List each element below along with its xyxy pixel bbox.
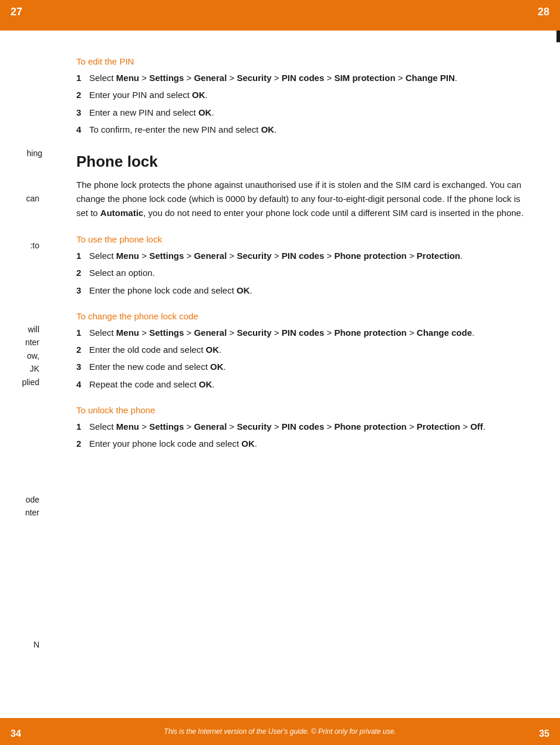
change-phone-lock-section: To change the phone lock code 1 Select M… (76, 311, 534, 391)
page-number-right: 28 (527, 0, 560, 24)
edit-pin-step-4: 4 To confirm, re-enter the new PIN and s… (76, 123, 534, 136)
step-text: Select Menu > Settings > General > Secur… (89, 420, 534, 433)
step-number: 1 (76, 249, 89, 262)
change-phone-lock-step-2: 2 Enter the old code and select OK. (76, 343, 534, 356)
bottom-page-right: 35 (528, 723, 560, 745)
edit-pin-steps: 1 Select Menu > Settings > General > Sec… (76, 71, 534, 136)
edit-pin-step-2: 2 Enter your PIN and select OK. (76, 88, 534, 102)
step-number: 1 (76, 71, 89, 85)
step-text: Enter the new code and select OK. (89, 360, 534, 373)
step-text: Enter the old code and select OK. (89, 343, 534, 356)
step-number: 4 (76, 123, 89, 136)
unlock-phone-heading: To unlock the phone (76, 405, 534, 415)
step-text: Enter a new PIN and select OK. (89, 106, 534, 119)
step-number: 2 (76, 437, 89, 450)
step-text: Repeat the code and select OK. (89, 377, 534, 391)
edit-pin-heading: To edit the PIN (76, 56, 534, 66)
step-text: Select Menu > Settings > General > Secur… (89, 249, 534, 262)
use-phone-lock-step-2: 2 Select an option. (76, 266, 534, 279)
edit-pin-step-3: 3 Enter a new PIN and select OK. (76, 106, 534, 119)
step-number: 2 (76, 266, 89, 279)
unlock-phone-steps: 1 Select Menu > Settings > General > Sec… (76, 420, 534, 451)
left-edge-overflow-1: hing (0, 147, 47, 160)
use-phone-lock-step-3: 3 Enter the phone lock code and select O… (76, 284, 534, 297)
use-phone-lock-steps: 1 Select Menu > Settings > General > Sec… (76, 249, 534, 297)
step-text: Select an option. (89, 266, 534, 279)
unlock-phone-section: To unlock the phone 1 Select Menu > Sett… (76, 405, 534, 451)
left-edge-overflow-6: N (0, 640, 44, 649)
change-phone-lock-heading: To change the phone lock code (76, 311, 534, 321)
left-edge-overflow-4: will nter ow, JK plied (0, 323, 44, 389)
step-text: Enter your PIN and select OK. (89, 88, 534, 102)
bottom-page-left: 34 (0, 723, 32, 745)
left-edge-overflow-2: can (0, 194, 44, 203)
use-phone-lock-step-1: 1 Select Menu > Settings > General > Sec… (76, 249, 534, 262)
bottom-bar-text: This is the Internet version of the User… (164, 727, 396, 736)
use-phone-lock-heading: To use the phone lock (76, 234, 534, 244)
left-edge-overflow-3: :to (0, 241, 44, 250)
step-number: 1 (76, 326, 89, 339)
phone-lock-description: The phone lock protects the phone agains… (76, 178, 534, 220)
left-edge-overflow-5: ode nter (0, 493, 44, 520)
step-text: Select Menu > Settings > General > Secur… (89, 326, 534, 339)
step-number: 1 (76, 420, 89, 433)
page-number-left: 27 (0, 0, 33, 24)
unlock-phone-step-1: 1 Select Menu > Settings > General > Sec… (76, 420, 534, 433)
change-phone-lock-step-1: 1 Select Menu > Settings > General > Sec… (76, 326, 534, 339)
edit-pin-step-1: 1 Select Menu > Settings > General > Sec… (76, 71, 534, 85)
step-number: 2 (76, 88, 89, 102)
step-number: 3 (76, 360, 89, 373)
step-text: Select Menu > Settings > General > Secur… (89, 71, 534, 85)
step-text: To confirm, re-enter the new PIN and sel… (89, 123, 534, 136)
step-text: Enter the phone lock code and select OK. (89, 284, 534, 297)
top-right-accent (556, 31, 560, 42)
step-text: Enter your phone lock code and select OK… (89, 437, 534, 450)
change-phone-lock-steps: 1 Select Menu > Settings > General > Sec… (76, 326, 534, 391)
step-number: 2 (76, 343, 89, 356)
top-bar (0, 0, 560, 31)
phone-lock-title: Phone lock (76, 153, 534, 171)
edit-pin-section: To edit the PIN 1 Select Menu > Settings… (76, 56, 534, 136)
step-number: 3 (76, 284, 89, 297)
step-number: 3 (76, 106, 89, 119)
unlock-phone-step-2: 2 Enter your phone lock code and select … (76, 437, 534, 450)
change-phone-lock-step-4: 4 Repeat the code and select OK. (76, 377, 534, 391)
use-phone-lock-section: To use the phone lock 1 Select Menu > Se… (76, 234, 534, 297)
main-content: To edit the PIN 1 Select Menu > Settings… (76, 42, 534, 504)
change-phone-lock-step-3: 3 Enter the new code and select OK. (76, 360, 534, 373)
bottom-bar: 34 This is the Internet version of the U… (0, 718, 560, 745)
step-number: 4 (76, 377, 89, 391)
